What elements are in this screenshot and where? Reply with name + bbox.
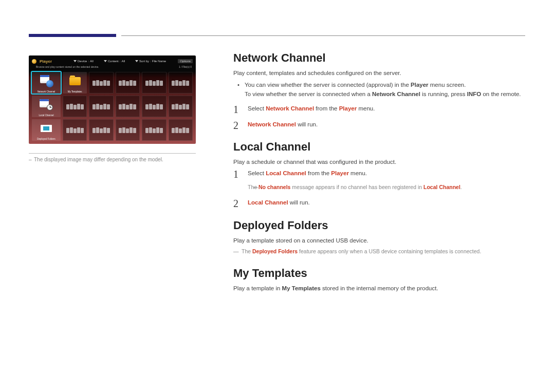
text: feature appears only when a USB device c…: [298, 248, 481, 254]
media-icon: [92, 127, 110, 133]
media-tile: [63, 119, 87, 141]
text: message appears if no channel has been r…: [290, 184, 423, 190]
media-tile: [142, 72, 166, 94]
sortby-value: File Name: [152, 60, 166, 63]
chevron-down-icon: [73, 60, 77, 62]
options-button: Options: [178, 59, 193, 63]
text: stored in the internal memory of the pro…: [321, 285, 438, 291]
text-red: Player: [339, 105, 357, 111]
media-icon: [66, 127, 84, 133]
panel-note-text: The displayed image may differ depending…: [34, 157, 163, 162]
text: on the remote.: [481, 91, 521, 97]
section-title: Network Channel: [233, 51, 526, 65]
text-red: Network Channel: [248, 121, 296, 127]
network-bullets: You can view whether the server is conne…: [233, 80, 526, 99]
media-icon: [92, 80, 110, 86]
network-steps: Select Network Channel from the Player m…: [233, 104, 526, 129]
text: menu.: [349, 170, 367, 176]
deployed-folders-tile: Deployed Folders: [32, 119, 61, 141]
text: Select: [248, 105, 266, 111]
device-value: All: [90, 60, 94, 63]
content-value: All: [121, 60, 125, 63]
media-tile: [142, 96, 166, 117]
text-bold: Network Channel: [372, 91, 420, 97]
media-tile: [169, 96, 193, 117]
media-tile: [116, 72, 140, 94]
text: from the: [314, 105, 339, 111]
top-divider: [121, 35, 525, 36]
section-subtitle: Play a template in My Templates stored i…: [233, 285, 526, 291]
media-tile: [89, 72, 113, 94]
media-icon: [145, 80, 163, 86]
media-icon: [119, 103, 136, 109]
text-red: Network Channel: [266, 105, 314, 111]
text: To view whether the server is connected …: [245, 91, 372, 97]
text: .: [460, 184, 462, 190]
local-steps: Select Local Channel from the Player men…: [233, 169, 526, 207]
player-title: Player: [40, 59, 52, 64]
content-dropdown: Content:All: [104, 60, 125, 63]
media-tile: [142, 119, 166, 141]
text: The: [248, 184, 258, 190]
local-channel-icon: [40, 99, 53, 110]
section-network-channel: Network Channel Play content, templates …: [233, 51, 526, 129]
section-title: My Templates: [233, 267, 526, 280]
text-red: Local Channel: [266, 170, 306, 176]
bullet-item: You can view whether the server is conne…: [245, 80, 526, 99]
network-channel-icon: [39, 75, 53, 87]
local-channel-tile: Local Channel: [32, 96, 61, 117]
tile-label: Network Channel: [32, 90, 61, 94]
section-subtitle: Play a schedule or channel that was conf…: [233, 159, 526, 165]
step-item: Network Channel will run.: [233, 120, 526, 129]
text: is running, press: [420, 91, 467, 97]
tile-label: Deployed Folders: [32, 138, 61, 141]
player-subtext: Browse and play content stored on the se…: [29, 65, 196, 69]
player-header: Player Device:All Content:All Sort by:Fi…: [29, 55, 196, 65]
media-tile: [169, 72, 193, 94]
folder-icon: [69, 77, 81, 85]
text: Select: [248, 170, 266, 176]
text: You can view whether the server is conne…: [245, 82, 411, 88]
media-icon: [172, 103, 189, 109]
text-red: No channels: [258, 184, 290, 190]
media-icon: [145, 127, 163, 133]
text: will run.: [296, 121, 318, 127]
left-column: Player Device:All Content:All Sort by:Fi…: [29, 55, 196, 162]
media-tile: [89, 119, 113, 141]
media-tile: [89, 96, 113, 117]
text: from the: [306, 170, 331, 176]
section-subtitle: Play a template stored on a connected US…: [233, 237, 526, 244]
media-icon: [92, 103, 110, 109]
player-subtext-right: 1 / File(s) 0: [179, 65, 192, 68]
sortby-label: Sort by: [139, 60, 149, 63]
tile-label: My Templates: [63, 90, 87, 94]
section-local-channel: Local Channel Play a schedule or channel…: [233, 140, 526, 207]
section-subtitle: Play content, templates and schedules co…: [233, 70, 526, 76]
text-bold: Player: [411, 82, 429, 88]
panel-divider: [29, 153, 196, 154]
text-red: Player: [331, 170, 349, 176]
text-bold: INFO: [467, 91, 481, 97]
device-dropdown: Device:All: [73, 60, 94, 63]
player-panel-screenshot: Player Device:All Content:All Sort by:Fi…: [29, 55, 196, 144]
my-templates-tile: My Templates: [63, 72, 87, 94]
step-item: Select Network Channel from the Player m…: [233, 104, 526, 113]
tile-label: Local Channel: [32, 114, 61, 117]
section-title: Local Channel: [233, 140, 526, 154]
media-tile: [169, 119, 193, 141]
accent-bar: [29, 34, 116, 37]
deployed-folders-icon: [41, 125, 52, 132]
panel-note: –The displayed image may differ dependin…: [29, 157, 196, 162]
text: menu screen.: [429, 82, 466, 88]
step-item: Local Channel will run.: [233, 198, 526, 207]
player-logo-icon: [32, 59, 36, 64]
right-column: Network Channel Play content, templates …: [233, 51, 526, 303]
dash-note: The No channels message appears if no ch…: [248, 183, 526, 192]
step-item: Select Local Channel from the Player men…: [233, 169, 526, 191]
sortby-dropdown: Sort by:File Name: [135, 60, 166, 63]
text: menu.: [357, 105, 375, 111]
content-label: Content: [108, 60, 119, 63]
network-channel-tile: Network Channel: [32, 72, 61, 94]
media-icon: [145, 103, 163, 109]
chevron-down-icon: [104, 60, 107, 62]
